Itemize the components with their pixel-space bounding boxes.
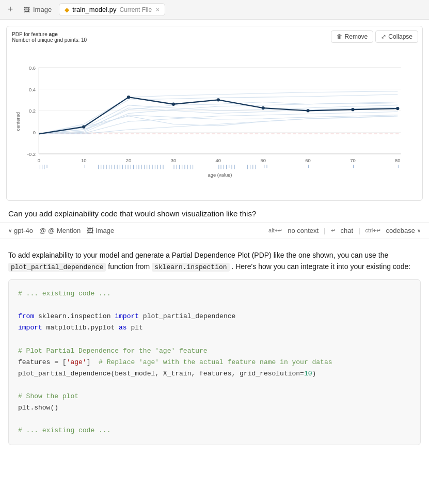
svg-text:0: 0 (38, 158, 40, 163)
response-area: To add explainability to your model and … (0, 239, 429, 455)
inline-code-1: plot_partial_dependence (8, 263, 106, 272)
tab-bar: + 🖼 Image ◆ train_model.py Current File … (0, 0, 429, 20)
svg-text:-0.2: -0.2 (27, 151, 36, 157)
image-button[interactable]: 🖼 Image (87, 227, 114, 234)
svg-text:30: 30 (171, 158, 176, 163)
at-icon: @ (39, 227, 46, 234)
svg-text:0.2: 0.2 (29, 108, 36, 114)
remove-button[interactable]: 🗑 Remove (331, 30, 374, 43)
question-area: Can you add explainability code that wou… (0, 201, 429, 222)
tab-image[interactable]: 🖼 Image (19, 4, 57, 15)
svg-text:centered: centered (15, 112, 21, 131)
mention-button[interactable]: @ @ Mention (39, 227, 81, 234)
collapse-icon: ⤢ (381, 33, 386, 40)
train-model-tab-icon: ◆ (65, 6, 69, 13)
svg-text:0: 0 (33, 130, 36, 135)
svg-text:age (value): age (value) (208, 172, 232, 178)
svg-text:60: 60 (305, 158, 310, 163)
code-line-comment2: # Show the plot (18, 391, 411, 402)
collapse-button[interactable]: ⤢ Collapse (375, 30, 418, 43)
model-selector[interactable]: ∨ gpt-4o (8, 227, 33, 234)
code-line-1: # ... existing code ... (18, 288, 411, 300)
codebase-kbd: ctrl+↵ (366, 227, 381, 234)
codebase-button[interactable]: codebase ∨ (386, 227, 421, 234)
svg-text:10: 10 (81, 158, 86, 163)
question-text: Can you add explainability code that wou… (8, 209, 256, 218)
svg-point-80 (172, 103, 175, 106)
code-line-import2: import matplotlib.pyplot as plt (18, 322, 411, 334)
svg-text:50: 50 (260, 158, 265, 163)
svg-text:20: 20 (126, 158, 131, 163)
svg-point-84 (351, 108, 354, 111)
chart-actions: 🗑 Remove ⤢ Collapse (331, 30, 418, 43)
chevron-down-icon: ∨ (8, 228, 12, 233)
svg-text:0.6: 0.6 (29, 65, 36, 71)
svg-point-78 (82, 125, 85, 129)
svg-point-83 (306, 109, 309, 112)
image-tab-icon: 🖼 (24, 6, 30, 13)
response-text: To add explainability to your model and … (8, 249, 421, 273)
code-line-comment1: # Plot Partial Dependence for the 'age' … (18, 345, 411, 357)
code-line-import1: from sklearn.inspection import plot_part… (18, 311, 411, 322)
chat-kbd: ↵ (331, 227, 336, 234)
toolbar-right: alt+↵ no context | ↵ chat | ctrl+↵ codeb… (268, 227, 421, 234)
input-toolbar: ∨ gpt-4o @ @ Mention 🖼 Image alt+↵ no co… (0, 222, 429, 239)
tab-image-label: Image (33, 6, 52, 13)
chat-button[interactable]: chat (341, 227, 354, 234)
tab-current-file-badge: Current File (119, 6, 152, 13)
chart-container: 🗑 Remove ⤢ Collapse PDP for feature age … (6, 26, 423, 201)
code-line-blank-4 (18, 414, 411, 425)
pdp-chart: centered 0.6 0.4 0.2 0 -0.2 0 10 20 30 4… (12, 44, 417, 194)
code-line-pdp: plot_partial_dependence(best_model, X_tr… (18, 368, 411, 380)
model-label: gpt-4o (14, 227, 33, 234)
svg-text:70: 70 (350, 158, 355, 163)
tab-train-model[interactable]: ◆ train_model.py Current File × (59, 3, 165, 16)
code-line-blank-1 (18, 300, 411, 311)
context-kbd: alt+↵ (268, 227, 282, 234)
code-line-features: features = ['age'] # Replace 'age' with … (18, 357, 411, 368)
svg-text:0.4: 0.4 (29, 87, 36, 92)
inline-code-2: sklearn.inspection (152, 263, 229, 272)
context-selector[interactable]: no context (288, 227, 319, 234)
svg-point-79 (127, 96, 130, 99)
svg-text:40: 40 (216, 158, 221, 163)
code-line-comment3: # ... existing code ... (18, 425, 411, 436)
close-tab-button[interactable]: × (156, 6, 160, 13)
svg-point-81 (217, 98, 220, 101)
svg-point-85 (396, 107, 399, 110)
svg-text:80: 80 (395, 158, 400, 163)
code-line-blank-3 (18, 380, 411, 391)
toolbar-separator: | (324, 227, 325, 234)
image-icon: 🖼 (87, 227, 93, 234)
code-line-show: plt.show() (18, 402, 411, 414)
svg-point-82 (262, 106, 265, 109)
toolbar-left: ∨ gpt-4o @ @ Mention 🖼 Image (8, 227, 260, 234)
toolbar-separator2: | (358, 227, 360, 234)
tab-train-model-label: train_model.py (72, 6, 116, 13)
code-line-blank-2 (18, 334, 411, 345)
codebase-chevron-icon: ∨ (417, 228, 421, 233)
code-block: # ... existing code ... from sklearn.ins… (8, 279, 421, 445)
main-content: 🗑 Remove ⤢ Collapse PDP for feature age … (0, 26, 429, 455)
trash-icon: 🗑 (337, 33, 343, 40)
add-tab-button[interactable]: + (4, 4, 17, 16)
